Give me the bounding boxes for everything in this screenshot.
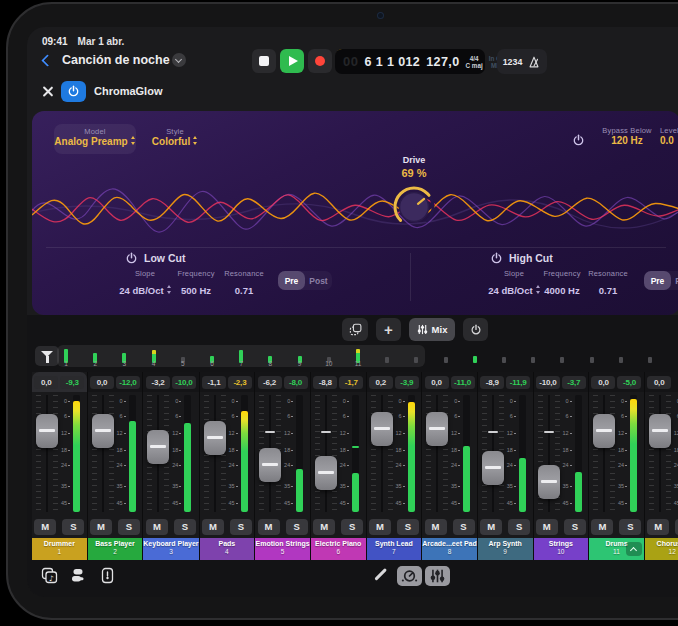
channel-nameplate[interactable]: Keyboard Player3 xyxy=(143,538,198,560)
solo-button[interactable]: S xyxy=(62,519,84,535)
track-stack-collapse-button[interactable] xyxy=(626,542,642,556)
play-button[interactable] xyxy=(280,49,304,73)
volume-fader-handle[interactable] xyxy=(315,456,337,490)
solo-button[interactable]: S xyxy=(230,519,252,535)
bypass-below-control[interactable]: Bypass Below 120 Hz xyxy=(592,126,662,146)
drive-knob[interactable] xyxy=(390,183,438,231)
model-select[interactable]: Model Analog Preamp xyxy=(54,124,136,154)
mute-button[interactable]: M xyxy=(313,519,335,535)
duplicate-button[interactable] xyxy=(342,318,368,341)
plugin-power-button[interactable] xyxy=(61,81,86,102)
song-title[interactable]: Canción de noche xyxy=(62,53,170,67)
volume-fader-handle[interactable] xyxy=(259,448,281,482)
close-plugin-icon[interactable] xyxy=(41,85,54,98)
mute-button[interactable]: M xyxy=(34,519,56,535)
fader-track[interactable] xyxy=(92,395,114,512)
fader-track[interactable] xyxy=(36,395,58,512)
volume-fader-handle[interactable] xyxy=(593,414,615,448)
fader-view-button[interactable] xyxy=(425,566,450,586)
bypass-power-icon[interactable] xyxy=(572,133,585,146)
mute-button[interactable]: M xyxy=(369,519,391,535)
channel-nameplate[interactable]: Synth Lead7 xyxy=(367,538,422,560)
nav-channel-meter[interactable] xyxy=(619,357,623,363)
browser-button[interactable] xyxy=(69,567,86,584)
channel-nameplate[interactable]: Chorus V12 xyxy=(645,538,678,560)
knob-view-button[interactable] xyxy=(397,566,422,586)
solo-button[interactable]: S xyxy=(453,519,475,535)
low-cut-resonance[interactable]: Resonance 0.71 xyxy=(219,269,269,298)
mute-button[interactable]: M xyxy=(146,519,168,535)
low-cut-slope[interactable]: Slope 24 dB/Oct xyxy=(115,269,175,298)
volume-fader-handle[interactable] xyxy=(538,465,560,499)
high-cut-resonance[interactable]: Resonance 0.71 xyxy=(583,269,633,298)
mute-button[interactable]: M xyxy=(258,519,280,535)
mute-button[interactable]: M xyxy=(591,519,613,535)
volume-fader-handle[interactable] xyxy=(649,414,671,448)
loop-browser-button[interactable]: ♪ xyxy=(41,567,58,584)
nav-channel-meter[interactable] xyxy=(560,357,564,363)
high-cut-slope[interactable]: Slope 24 dB/Oct xyxy=(484,269,544,298)
solo-button[interactable]: S xyxy=(174,519,196,535)
mute-button[interactable]: M xyxy=(425,519,447,535)
volume-fader-handle[interactable] xyxy=(92,414,114,448)
solo-button[interactable]: S xyxy=(619,519,641,535)
nav-channel-meter[interactable] xyxy=(590,357,594,363)
record-button[interactable] xyxy=(308,49,332,73)
channel-nameplate[interactable]: Electric Piano6 xyxy=(311,538,366,560)
volume-fader-handle[interactable] xyxy=(482,451,504,485)
high-cut-pre-button[interactable]: Pre xyxy=(644,271,671,290)
low-cut-power-icon[interactable] xyxy=(125,251,138,264)
nav-channel-meter[interactable] xyxy=(414,357,418,363)
low-cut-frequency[interactable]: Frequency 500 Hz xyxy=(170,269,222,298)
mute-button[interactable]: M xyxy=(647,519,669,535)
solo-button[interactable]: S xyxy=(341,519,363,535)
channel-nameplate[interactable]: Arp Synth9 xyxy=(478,538,533,560)
low-cut-pre-button[interactable]: Pre xyxy=(278,271,305,290)
back-chevron-icon[interactable] xyxy=(41,54,54,67)
channel-nameplate[interactable]: Bass Player2 xyxy=(88,538,143,560)
solo-button[interactable]: S xyxy=(118,519,140,535)
channel-nameplate[interactable]: Pads4 xyxy=(200,538,255,560)
song-menu-button[interactable] xyxy=(172,53,186,67)
nav-channel-meter[interactable] xyxy=(502,357,506,363)
fader-track[interactable] xyxy=(649,395,671,512)
fader-track[interactable] xyxy=(593,395,615,512)
nav-channel-meter[interactable] xyxy=(531,357,535,363)
nav-channel-meter[interactable] xyxy=(444,357,448,363)
mix-view-button[interactable]: Mix xyxy=(409,318,455,341)
solo-button[interactable]: S xyxy=(397,519,419,535)
channel-nameplate[interactable]: Strings10 xyxy=(534,538,589,560)
solo-button[interactable]: S xyxy=(508,519,530,535)
nav-channel-meter[interactable] xyxy=(473,356,477,363)
nav-channel-meter[interactable] xyxy=(385,357,389,363)
channel-nameplate[interactable]: Emotion Strings5 xyxy=(255,538,310,560)
metronome-icon[interactable] xyxy=(527,55,541,69)
high-cut-power-icon[interactable] xyxy=(490,251,503,264)
mute-button[interactable]: M xyxy=(536,519,558,535)
mixer-power-button[interactable] xyxy=(463,318,488,341)
mixer-overview-strip[interactable]: 1234567891011 xyxy=(32,345,678,371)
volume-fader-handle[interactable] xyxy=(426,412,448,446)
volume-fader-handle[interactable] xyxy=(147,430,169,464)
mute-button[interactable]: M xyxy=(202,519,224,535)
volume-fader-handle[interactable] xyxy=(36,414,58,448)
lcd-display[interactable]: 00 6 1 1 012 127,0 4/4C maj In OutMIDI xyxy=(335,49,485,74)
volume-fader-handle[interactable] xyxy=(371,412,393,446)
count-in-metronome-group[interactable]: 1234 xyxy=(497,49,547,74)
nav-channel-meter[interactable] xyxy=(648,357,652,363)
stop-button[interactable] xyxy=(252,49,276,73)
fader-track[interactable] xyxy=(315,395,337,512)
mute-button[interactable]: M xyxy=(480,519,502,535)
style-select[interactable]: Style Colorful xyxy=(144,124,206,147)
high-cut-frequency[interactable]: Frequency 4000 Hz xyxy=(536,269,588,298)
level-control[interactable]: Level 0.0 xyxy=(660,126,678,146)
high-cut-post-button[interactable]: Post xyxy=(671,271,678,290)
mute-button[interactable]: M xyxy=(90,519,112,535)
channel-nameplate[interactable]: Drummer1 xyxy=(32,538,87,560)
count-in-button[interactable]: 1234 xyxy=(503,57,523,67)
filter-tracks-button[interactable] xyxy=(35,346,59,366)
add-track-button[interactable]: + xyxy=(376,318,401,341)
solo-button[interactable]: S xyxy=(564,519,586,535)
solo-button[interactable]: S xyxy=(286,519,308,535)
low-cut-post-button[interactable]: Post xyxy=(305,271,332,290)
